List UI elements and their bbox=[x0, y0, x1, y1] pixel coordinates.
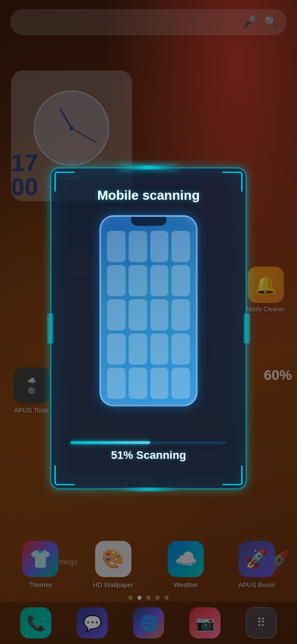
phone-app-grid bbox=[107, 231, 190, 399]
phone-app-dot bbox=[150, 265, 169, 296]
phone-app-dot bbox=[172, 231, 190, 262]
phone-mockup bbox=[100, 215, 198, 407]
phone-app-dot bbox=[172, 334, 190, 365]
phone-app-dot bbox=[150, 334, 169, 365]
phone-app-dot bbox=[107, 299, 126, 331]
phone-app-dot bbox=[150, 368, 169, 399]
phone-mockup-wrapper bbox=[100, 215, 198, 407]
top-accent-bar bbox=[118, 166, 179, 170]
bottom-accent-bar bbox=[118, 488, 179, 492]
corner-bottom-right bbox=[222, 465, 243, 486]
phone-app-dot bbox=[107, 334, 126, 365]
phone-app-dot bbox=[172, 265, 190, 296]
scan-progress-text: 51% Scanning bbox=[50, 449, 247, 462]
phone-app-dot bbox=[107, 265, 126, 296]
phone-app-dot bbox=[172, 299, 190, 331]
scan-frame: Mobile scanning bbox=[50, 168, 247, 490]
scan-progress-bar bbox=[70, 441, 227, 444]
phone-app-dot bbox=[150, 299, 169, 331]
phone-app-dot bbox=[107, 368, 126, 399]
side-notch-left bbox=[47, 313, 53, 344]
phone-app-dot bbox=[128, 265, 147, 296]
corner-bottom-left bbox=[54, 465, 75, 486]
side-notch-right bbox=[244, 313, 250, 344]
scan-modal: Mobile scanning bbox=[50, 168, 247, 490]
phone-app-dot bbox=[128, 334, 147, 365]
phone-app-dot bbox=[128, 231, 147, 262]
phone-app-dot bbox=[107, 231, 126, 262]
scan-modal-title: Mobile scanning bbox=[50, 188, 247, 203]
phone-app-dot bbox=[128, 368, 147, 399]
phone-notch bbox=[131, 217, 166, 226]
phone-app-dot bbox=[172, 368, 190, 399]
scan-progress-fill bbox=[70, 441, 150, 444]
phone-app-dot bbox=[128, 299, 147, 331]
phone-app-dot bbox=[150, 231, 169, 262]
